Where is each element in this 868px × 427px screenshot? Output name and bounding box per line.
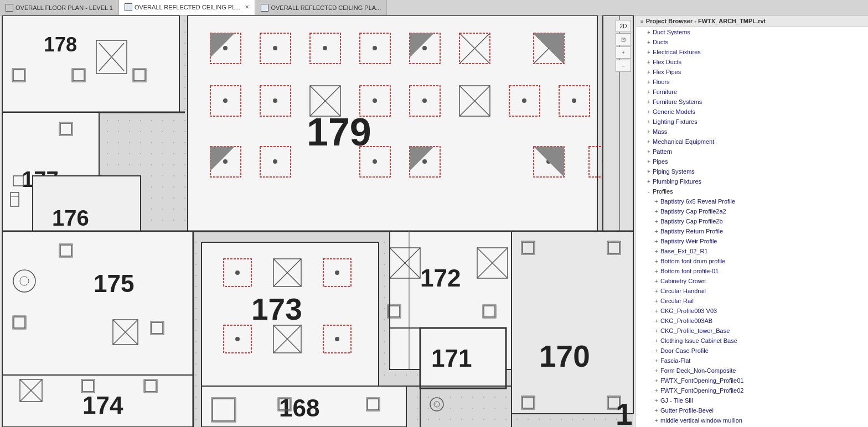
pb-item-bottom-font-drum[interactable]: +Bottom font drum profile [636, 256, 868, 266]
pb-expand-ckg-profile003-v03[interactable]: + [653, 308, 660, 314]
pb-expand-baptistry-cap-2a2[interactable]: + [653, 209, 660, 215]
svg-rect-152 [512, 231, 633, 414]
pb-item-floors[interactable]: +Floors [636, 77, 868, 87]
pb-item-plumbing-fixtures[interactable]: +Plumbing Fixtures [636, 176, 868, 186]
pb-expand-cabinetry-crown[interactable]: + [653, 278, 660, 284]
pb-item-profiles[interactable]: -Profiles [636, 186, 868, 196]
pb-expand-mass[interactable]: + [645, 129, 653, 135]
pb-expand-electrical-fixtures[interactable]: + [645, 49, 653, 55]
pb-item-baptistry-weir[interactable]: +Baptistry Weir Profile [636, 236, 868, 246]
pb-expand-baptistry-6x5[interactable]: + [653, 199, 660, 205]
tab-reflected-ceiling-1[interactable]: OVERALL REFLECTED CEILING PL... ✕ [119, 0, 256, 15]
pb-label-baptistry-return: Baptistry Return Profile [660, 228, 723, 235]
pb-expand-mechanical-equipment[interactable]: + [645, 139, 653, 145]
pb-expand-flex-pipes[interactable]: + [645, 69, 653, 75]
tab-bar: OVERALL FLOOR PLAN - LEVEL 1 OVERALL REF… [0, 0, 868, 15]
pb-item-gutter-profile-bevel[interactable]: +Gutter Profile-Bevel [636, 405, 868, 415]
pb-item-pipes[interactable]: +Pipes [636, 157, 868, 166]
zoom-in-button[interactable]: + [616, 46, 631, 59]
pb-item-fwtx-font-opening-02[interactable]: +FWTX_FontOpening_Profile02 [636, 386, 868, 395]
project-browser-panel: ≡ Project Browser - FWTX_ARCH_TMPL.rvt +… [636, 15, 868, 427]
pb-item-middle-vertical-window-mullion[interactable]: +middle vertical window mullion [636, 415, 868, 425]
pb-expand-furniture-systems[interactable]: + [645, 99, 653, 105]
pb-expand-floors[interactable]: + [645, 79, 653, 85]
pb-expand-ducts[interactable]: + [645, 39, 653, 45]
pb-expand-fwtx-font-opening-02[interactable]: + [653, 388, 660, 394]
pb-expand-middle-vertical-window-mullion[interactable]: + [653, 418, 660, 424]
pb-item-furniture[interactable]: +Furniture [636, 87, 868, 97]
main-area: 178 177 [0, 15, 868, 427]
pb-expand-door-case-profile[interactable]: + [653, 348, 660, 354]
pb-item-flex-pipes[interactable]: +Flex Pipes [636, 67, 868, 77]
pb-item-flex-ducts[interactable]: +Flex Ducts [636, 57, 868, 67]
pb-item-baptistry-cap-2b[interactable]: +Baptistry Cap Profile2b [636, 216, 868, 226]
pb-item-lighting-fixtures[interactable]: +Lighting Fixtures [636, 117, 868, 127]
svg-text:179: 179 [307, 111, 371, 154]
pb-expand-furniture[interactable]: + [645, 89, 653, 95]
pb-expand-bottom-font-drum[interactable]: + [653, 258, 660, 264]
pb-expand-pattern[interactable]: + [645, 149, 653, 155]
zoom-out-button[interactable]: − [616, 60, 631, 72]
pb-expand-baptistry-cap-2b[interactable]: + [653, 218, 660, 225]
pb-expand-fascia-flat[interactable]: + [653, 358, 660, 364]
pb-item-ckg-profile-tower-base[interactable]: +CKG_Profile_tower_Base [636, 326, 868, 336]
pb-item-ckg-profile003-v03[interactable]: +CKG_Profile003 V03 [636, 306, 868, 316]
pb-expand-ckg-profile-tower-base[interactable]: + [653, 328, 660, 334]
pb-expand-base-ext-02[interactable]: + [653, 248, 660, 254]
pb-item-form-deck-non-composite[interactable]: +Form Deck_Non-Composite [636, 366, 868, 376]
pb-label-furniture: Furniture [653, 88, 677, 95]
pb-item-ducts[interactable]: +Ducts [636, 37, 868, 47]
pb-item-generic-models[interactable]: +Generic Models [636, 107, 868, 117]
pb-expand-form-deck-non-composite[interactable]: + [653, 368, 660, 374]
pb-item-baptistry-return[interactable]: +Baptistry Return Profile [636, 226, 868, 236]
pb-item-duct-systems[interactable]: +Duct Systems [636, 27, 868, 37]
pb-expand-baptistry-weir[interactable]: + [653, 238, 660, 244]
pb-expand-bottom-font-profile-01[interactable]: + [653, 268, 660, 274]
canvas-area[interactable]: 178 177 [0, 15, 636, 427]
pb-expand-gj-tile-sill[interactable]: + [653, 398, 660, 404]
tab-close-button-1[interactable]: ✕ [245, 4, 249, 10]
project-browser-title: Project Browser - FWTX_ARCH_TMPL.rvt [646, 18, 766, 24]
pb-expand-clothing-issue-cabinet-base[interactable]: + [653, 338, 660, 344]
pb-expand-ckg-profile003ab[interactable]: + [653, 318, 660, 324]
pb-expand-duct-systems[interactable]: + [645, 29, 653, 35]
pb-label-ducts: Ducts [653, 39, 668, 45]
pb-item-bottom-font-profile-01[interactable]: +Bottom font profile-01 [636, 266, 868, 276]
pb-expand-piping-systems[interactable]: + [645, 169, 653, 175]
pb-item-mechanical-equipment[interactable]: +Mechanical Equipment [636, 137, 868, 147]
pb-item-ckg-profile003ab[interactable]: +CKG_Profile003AB [636, 316, 868, 326]
pb-item-fwtx-font-opening-01[interactable]: +FWTX_FontOpening_Profile01 [636, 376, 868, 386]
pb-item-clothing-issue-cabinet-base[interactable]: +Clothing Issue Cabinet Base [636, 336, 868, 346]
pb-item-furniture-systems[interactable]: +Furniture Systems [636, 97, 868, 107]
pb-expand-circular-rail[interactable]: + [653, 298, 660, 304]
pb-item-baptistry-6x5[interactable]: +Baptistry 6x5 Reveal Profile [636, 196, 868, 206]
zoom-fit-button[interactable]: ⊡ [616, 33, 631, 45]
pb-item-mass[interactable]: +Mass [636, 127, 868, 137]
pb-expand-flex-ducts[interactable]: + [645, 59, 653, 65]
pb-expand-fwtx-font-opening-01[interactable]: + [653, 378, 660, 384]
zoom-2d-button[interactable]: 2D [616, 20, 631, 32]
pb-expand-profiles[interactable]: - [645, 189, 653, 195]
pb-item-baptistry-cap-2a2[interactable]: +Baptistry Cap Profile2a2 [636, 206, 868, 216]
pb-item-fascia-flat[interactable]: +Fascia-Flat [636, 356, 868, 366]
pb-expand-plumbing-fixtures[interactable]: + [645, 179, 653, 185]
pb-expand-lighting-fixtures[interactable]: + [645, 119, 653, 125]
pb-expand-circular-handrail[interactable]: + [653, 288, 660, 294]
project-browser-tree[interactable]: +Duct Systems+Ducts+Electrical Fixtures+… [636, 27, 868, 427]
tab-reflected-ceiling-2[interactable]: OVERALL REFLECTED CEILING PLA... [255, 0, 387, 15]
tab-floor-plan[interactable]: OVERALL FLOOR PLAN - LEVEL 1 [0, 0, 119, 15]
pb-item-pattern[interactable]: +Pattern [636, 147, 868, 157]
pb-expand-gutter-profile-bevel[interactable]: + [653, 408, 660, 414]
pb-expand-baptistry-return[interactable]: + [653, 228, 660, 235]
pb-label-baptistry-weir: Baptistry Weir Profile [660, 238, 717, 244]
pb-expand-pipes[interactable]: + [645, 159, 653, 165]
pb-item-door-case-profile[interactable]: +Door Case Profile [636, 346, 868, 356]
pb-item-circular-rail[interactable]: +Circular Rail [636, 296, 868, 306]
pb-expand-generic-models[interactable]: + [645, 109, 653, 115]
pb-item-piping-systems[interactable]: +Piping Systems [636, 166, 868, 176]
pb-item-electrical-fixtures[interactable]: +Electrical Fixtures [636, 47, 868, 57]
pb-item-circular-handrail[interactable]: +Circular Handrail [636, 286, 868, 296]
pb-item-cabinetry-crown[interactable]: +Cabinetry Crown [636, 276, 868, 286]
pb-item-gj-tile-sill[interactable]: +GJ - Tile Sill [636, 395, 868, 405]
pb-item-base-ext-02[interactable]: +Base_Ext_02_R1 [636, 246, 868, 256]
